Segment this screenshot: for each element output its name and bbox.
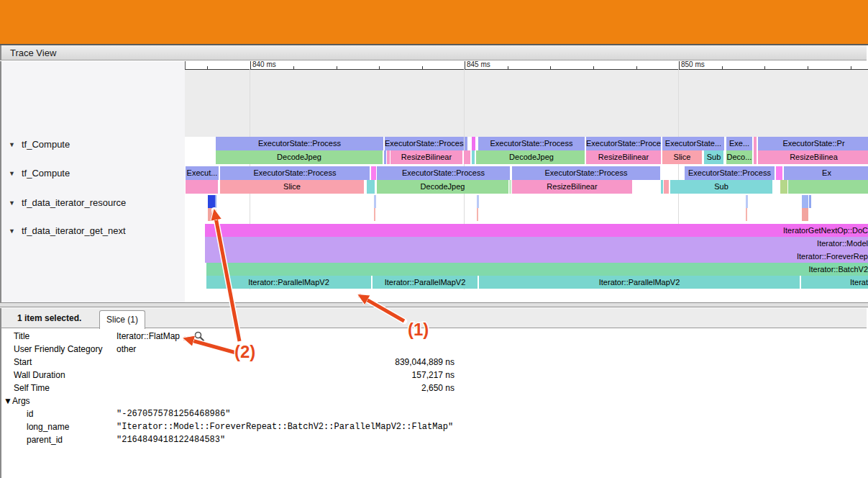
trace-event-bar[interactable]: Iterator::ForeverRep: [205, 250, 868, 263]
trace-event-bar[interactable]: ExecutorState::Process: [377, 166, 510, 180]
trace-event-sliver[interactable]: [465, 137, 467, 150]
trace-event-sliver[interactable]: [208, 208, 215, 221]
ruler-minor-tick: [337, 66, 337, 69]
track-label: tf_Compute: [22, 168, 70, 179]
trace-event-sliver[interactable]: [371, 166, 376, 180]
tab-slice[interactable]: Slice (1): [99, 310, 145, 329]
ruler-minor-tick: [379, 66, 380, 69]
trace-area: ▼tf_Compute▼tf_Compute▼tf_data_iterator_…: [0, 61, 868, 302]
track-label: tf_data_iterator_resource: [22, 197, 126, 208]
track-label: tf_Compute: [22, 139, 70, 150]
arg-key: id: [27, 409, 33, 419]
trace-event-bar[interactable]: Ex: [784, 166, 868, 180]
trace-event-bar[interactable]: ExecutorState::Process: [512, 166, 660, 180]
trace-event-sliver[interactable]: [746, 208, 747, 221]
trace-event-sliver[interactable]: [780, 180, 787, 194]
timeline-empty-region: [185, 69, 868, 137]
arg-row-parent_id: parent_id"2164849418122484583": [1, 433, 868, 446]
trace-event-bar[interactable]: ExecutorState::Process: [216, 137, 383, 150]
detail-value: 2,650 ns: [239, 383, 454, 393]
trace-event-sliver[interactable]: [208, 195, 215, 208]
trace-event-bar[interactable]: ExecutorState::Process: [385, 137, 464, 150]
trace-event-sliver[interactable]: [477, 195, 479, 208]
trace-event-bar[interactable]: ExecutorState::Process: [586, 137, 661, 150]
ruler-minor-tick: [550, 66, 551, 69]
trace-event-sliver[interactable]: [754, 150, 757, 164]
trace-event-sliver[interactable]: [374, 195, 376, 208]
trace-event-bar[interactable]: ResizeBilinea: [758, 150, 868, 164]
details-header: 1 item selected. Slice (1): [0, 308, 867, 328]
detail-row-self-time: Self Time2,650 ns: [1, 382, 868, 394]
trace-event-bar[interactable]: Slice: [220, 180, 364, 194]
track-list: ▼tf_Compute▼tf_Compute▼tf_data_iterator_…: [1, 61, 185, 302]
trace-event-bar[interactable]: Iterator::Model: [205, 237, 868, 250]
trace-event-bar[interactable]: Iterator::ParallelMapV2: [206, 276, 371, 289]
timeline-row: [185, 208, 868, 221]
trace-event-sliver[interactable]: [472, 150, 475, 164]
trace-event-bar[interactable]: ResizeBilinear: [586, 150, 661, 164]
trace-event-sliver[interactable]: [464, 150, 470, 164]
ruler-major-tick: [465, 61, 465, 69]
ruler-minor-tick: [508, 66, 508, 69]
panel-splitter[interactable]: [0, 302, 868, 307]
trace-event-bar[interactable]: Slice: [662, 150, 702, 164]
arg-row-id: id"-2670575781256468986": [1, 407, 868, 420]
trace-event-bar[interactable]: Iterator::ParallelMapV2: [373, 276, 478, 289]
trace-event-bar[interactable]: ExecutorState::Process: [220, 166, 370, 180]
trace-event-bar[interactable]: ExecutorState...: [662, 137, 724, 150]
trace-event-bar[interactable]: ExecutorState::Pr: [758, 137, 868, 150]
trace-event-bar[interactable]: DecodeJpeg: [478, 150, 585, 164]
trace-event-bar[interactable]: Sub: [704, 150, 723, 164]
trace-event-sliver[interactable]: [384, 150, 386, 164]
trace-event-sliver[interactable]: [661, 180, 663, 194]
trace-event-bar[interactable]: DecodeJpeg: [377, 180, 508, 194]
detail-value: Iterator::FlatMap: [117, 331, 180, 341]
ruler-tick-label: 850 ms: [681, 61, 705, 68]
trace-event-bar[interactable]: IteratorGetNextOp::DoC: [205, 224, 868, 237]
trace-event-sliver[interactable]: [809, 195, 811, 208]
ruler-minor-tick: [207, 66, 208, 69]
arg-key: long_name: [27, 422, 69, 432]
trace-event-sliver[interactable]: [802, 195, 808, 208]
arg-value: "2164849418122484583": [117, 435, 225, 445]
timeline-row: Execut...ExecutorState::ProcessExecutorS…: [185, 166, 868, 180]
trace-event-bar[interactable]: ExecutorState::Process: [478, 137, 585, 150]
detail-row-user-friendly-category: User Friendly Categoryother: [1, 343, 868, 356]
trace-event-bar[interactable]: Exe...: [726, 137, 752, 150]
trace-event-bar[interactable]: Iterator::ParallelMapV2: [479, 276, 800, 289]
args-section-header[interactable]: ▼Args: [1, 394, 868, 407]
trace-event-sliver[interactable]: [477, 208, 478, 221]
detail-label: Start: [14, 357, 32, 367]
trace-event-sliver[interactable]: [367, 180, 375, 194]
trace-event-bar[interactable]: Iterator::BatchV2: [206, 263, 868, 276]
detail-row-start: Start839,044,889 ns: [1, 356, 868, 369]
trace-event-sliver[interactable]: [472, 137, 475, 150]
ruler-major-tick: [250, 61, 251, 69]
trace-event-bar[interactable]: ResizeBilinear: [512, 180, 632, 194]
timeline-row: Iterator::ParallelMapV2Iterator::Paralle…: [185, 276, 868, 289]
trace-event-sliver[interactable]: [746, 195, 748, 208]
trace-event-bar[interactable]: Sub: [670, 180, 772, 194]
trace-event-sliver[interactable]: [387, 150, 390, 164]
trace-event-bar[interactable]: ResizeBilinear: [390, 150, 462, 164]
trace-event-bar[interactable]: Execut...: [186, 166, 219, 180]
trace-event-sliver[interactable]: [802, 208, 808, 221]
trace-event-bar[interactable]: ExecutorState::Process: [685, 166, 775, 180]
trace-event-sliver[interactable]: [186, 180, 218, 194]
time-ruler: 840 ms845 ms850 ms: [185, 61, 868, 70]
ruler-tick-label: 840 ms: [252, 61, 276, 68]
trace-event-bar[interactable]: Iterat: [801, 276, 868, 289]
timeline-canvas[interactable]: 840 ms845 ms850 ms ExecutorState::Proces…: [185, 61, 868, 302]
trace-event-sliver[interactable]: [215, 195, 216, 208]
trace-event-sliver[interactable]: [788, 180, 868, 194]
trace-event-sliver[interactable]: [776, 166, 782, 180]
trace-event-sliver[interactable]: [509, 180, 511, 194]
ruler-minor-tick: [593, 66, 594, 69]
trace-event-sliver[interactable]: [754, 137, 757, 150]
trace-event-sliver[interactable]: [664, 180, 669, 194]
ruler-minor-tick: [764, 66, 765, 69]
trace-event-bar[interactable]: DecodeJpeg: [216, 150, 383, 164]
trace-event-sliver[interactable]: [374, 208, 375, 221]
trace-event-bar[interactable]: Deco...: [726, 150, 752, 164]
track-label: tf_data_iterator_get_next: [22, 225, 126, 236]
